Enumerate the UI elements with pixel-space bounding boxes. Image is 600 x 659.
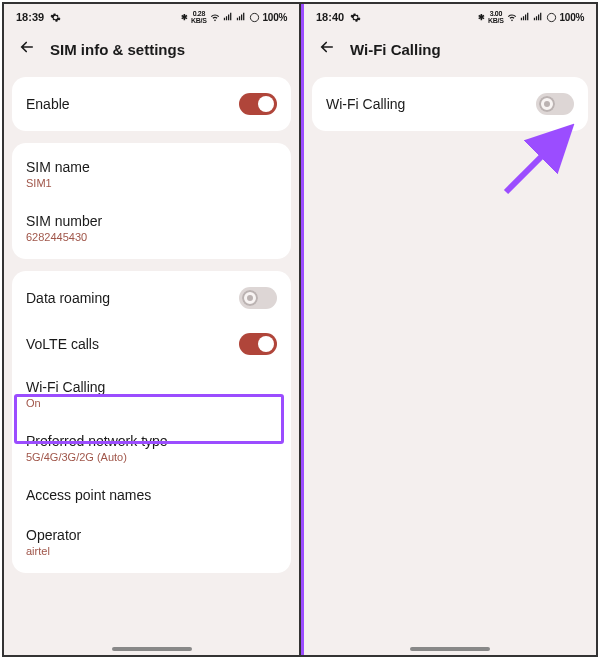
network-card: Data roaming VoLTE calls Wi-Fi Calling O… — [12, 271, 291, 573]
status-bar: 18:39 ✱ 0.28KB/S 100% — [4, 4, 299, 28]
svg-point-0 — [250, 13, 258, 21]
wifi-calling-row[interactable]: Wi-Fi Calling On — [12, 367, 291, 421]
wifi-calling-toggle-row[interactable]: Wi-Fi Calling — [312, 81, 588, 127]
operator-value: airtel — [26, 545, 81, 557]
page-header: Wi-Fi Calling — [304, 28, 596, 77]
operator-row[interactable]: Operator airtel — [12, 515, 291, 569]
data-roaming-toggle[interactable] — [239, 287, 277, 309]
page-header: SIM info & settings — [4, 28, 299, 77]
data-roaming-row[interactable]: Data roaming — [12, 275, 291, 321]
operator-label: Operator — [26, 527, 81, 543]
signal-icon — [223, 12, 233, 22]
status-time: 18:39 — [16, 11, 44, 23]
status-time: 18:40 — [316, 11, 344, 23]
svg-point-1 — [547, 13, 555, 21]
signal-icon-2 — [533, 12, 543, 22]
back-icon[interactable] — [318, 38, 336, 61]
pref-network-value: 5G/4G/3G/2G (Auto) — [26, 451, 168, 463]
back-icon[interactable] — [18, 38, 36, 61]
signal-icon-2 — [236, 12, 246, 22]
sim-info-card: SIM name SIM1 SIM number 6282445430 — [12, 143, 291, 259]
wifi-calling-label: Wi-Fi Calling — [326, 96, 405, 112]
wifi-calling-value: On — [26, 397, 105, 409]
enable-label: Enable — [26, 96, 70, 112]
apn-label: Access point names — [26, 487, 151, 503]
pref-network-label: Preferred network type — [26, 433, 168, 449]
apn-row[interactable]: Access point names — [12, 475, 291, 515]
battery-icon — [546, 12, 557, 23]
volte-toggle[interactable] — [239, 333, 277, 355]
home-indicator[interactable] — [410, 647, 490, 651]
wifi-icon — [210, 12, 220, 22]
enable-toggle[interactable] — [239, 93, 277, 115]
gear-icon — [50, 12, 61, 23]
enable-row[interactable]: Enable — [12, 81, 291, 127]
sim-name-value: SIM1 — [26, 177, 90, 189]
svg-line-3 — [506, 132, 566, 192]
sim-number-value: 6282445430 — [26, 231, 102, 243]
status-indicators: ✱ 0.28KB/S 100% — [181, 10, 287, 24]
volte-row[interactable]: VoLTE calls — [12, 321, 291, 367]
phone-screen-wifi-calling: 18:40 ✱ 3.00KB/S 100% Wi-Fi Calling Wi-F… — [302, 4, 596, 655]
phone-screen-sim-settings: 18:39 ✱ 0.28KB/S 100% SIM info & setting… — [4, 4, 301, 655]
signal-icon — [520, 12, 530, 22]
wifi-calling-card: Wi-Fi Calling — [312, 77, 588, 131]
sim-name-row[interactable]: SIM name SIM1 — [12, 147, 291, 201]
gear-icon — [350, 12, 361, 23]
data-roaming-label: Data roaming — [26, 290, 110, 306]
enable-card: Enable — [12, 77, 291, 131]
status-bar: 18:40 ✱ 3.00KB/S 100% — [304, 4, 596, 28]
battery-icon — [249, 12, 260, 23]
home-indicator[interactable] — [112, 647, 192, 651]
wifi-icon — [507, 12, 517, 22]
volte-label: VoLTE calls — [26, 336, 99, 352]
wifi-calling-label: Wi-Fi Calling — [26, 379, 105, 395]
sim-number-row[interactable]: SIM number 6282445430 — [12, 201, 291, 255]
wifi-calling-toggle[interactable] — [536, 93, 574, 115]
sim-name-label: SIM name — [26, 159, 90, 175]
page-title: SIM info & settings — [50, 41, 185, 58]
sim-number-label: SIM number — [26, 213, 102, 229]
status-indicators: ✱ 3.00KB/S 100% — [478, 10, 584, 24]
pref-network-row[interactable]: Preferred network type 5G/4G/3G/2G (Auto… — [12, 421, 291, 475]
page-title: Wi-Fi Calling — [350, 41, 441, 58]
